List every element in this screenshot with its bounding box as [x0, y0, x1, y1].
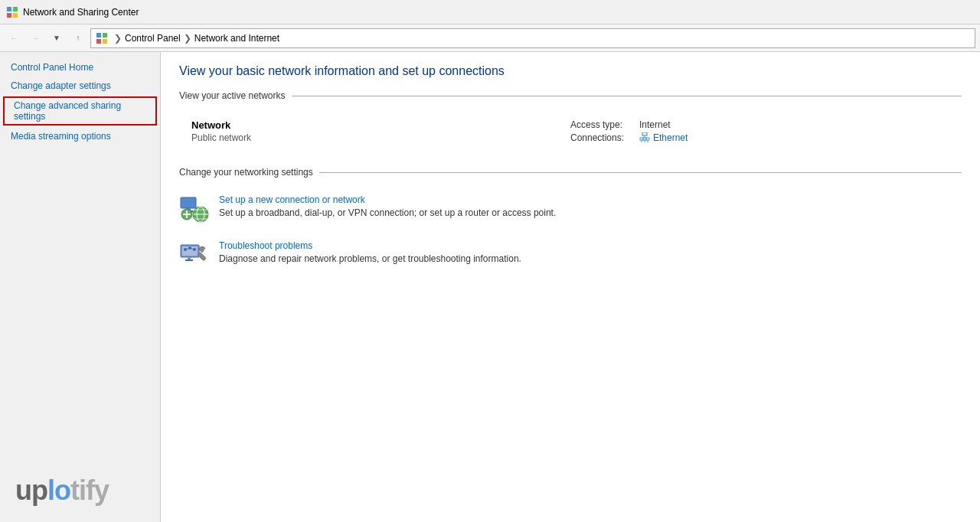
svg-rect-16: [181, 197, 196, 208]
access-type-label: Access type:: [570, 119, 639, 130]
svg-point-32: [184, 248, 187, 251]
access-type-row: Access type: Internet: [570, 119, 949, 130]
active-networks-header: View your active networks: [179, 90, 962, 101]
access-type-value: Internet: [639, 119, 671, 130]
dropdown-button[interactable]: ▼: [47, 29, 66, 47]
breadcrumb-sep-1: ❯: [114, 33, 122, 44]
svg-rect-3: [13, 13, 18, 18]
new-connection-icon: [179, 194, 210, 225]
svg-rect-7: [103, 39, 107, 44]
title-bar: Network and Sharing Center: [0, 0, 980, 24]
change-settings-header: Change your networking settings: [179, 167, 962, 178]
svg-rect-4: [96, 33, 101, 38]
watermark-up: up: [15, 475, 47, 506]
content-area: View your basic network information and …: [161, 52, 980, 522]
troubleshoot-text: Troubleshoot problems Diagnose and repai…: [219, 240, 521, 264]
change-settings-label: Change your networking settings: [179, 167, 313, 178]
network-left: Network Public network: [191, 119, 570, 145]
active-network-box: Network Public network Access type: Inte…: [179, 110, 962, 155]
address-content: ❯ Control Panel ❯ Network and Internet: [90, 28, 975, 48]
breadcrumb-network-sharing[interactable]: Network and Internet: [194, 33, 279, 44]
network-name: Network: [191, 119, 570, 131]
troubleshoot-desc: Diagnose and repair network problems, or…: [219, 253, 521, 264]
connections-label: Connections:: [570, 132, 639, 143]
sidebar-link-change-adapter[interactable]: Change adapter settings: [0, 77, 160, 95]
main-container: Control Panel Home Change adapter settin…: [0, 52, 980, 522]
address-bar: ← → ▼ ↑ ❯ Control Panel ❯ Network and In…: [0, 24, 980, 52]
svg-rect-11: [643, 138, 646, 140]
up-button[interactable]: ↑: [69, 29, 87, 47]
svg-rect-29: [188, 257, 191, 259]
control-panel-icon: [96, 32, 108, 44]
network-settings-section: Change your networking settings: [179, 167, 962, 279]
title-bar-icon: [6, 6, 18, 18]
back-button[interactable]: ←: [5, 29, 23, 47]
sidebar-link-change-advanced-sharing[interactable]: Change advanced sharing settings: [3, 96, 157, 126]
connections-row: Connections: Ether: [570, 132, 949, 143]
sidebar-link-control-panel-home[interactable]: Control Panel Home: [0, 58, 160, 77]
troubleshoot-item: Troubleshoot problems Diagnose and repai…: [179, 233, 962, 279]
new-connection-link[interactable]: Set up a new connection or network: [219, 194, 556, 205]
breadcrumb-network-internet[interactable]: Control Panel: [125, 33, 181, 44]
svg-rect-2: [7, 13, 11, 18]
svg-rect-30: [185, 259, 193, 261]
svg-rect-1: [13, 7, 18, 11]
active-networks-divider: [292, 96, 962, 96]
active-networks-label: View your active networks: [179, 90, 286, 101]
svg-rect-5: [103, 33, 107, 38]
breadcrumb-sep-2: ❯: [184, 33, 191, 44]
title-bar-text: Network and Sharing Center: [23, 7, 139, 18]
sidebar-link-media-streaming[interactable]: Media streaming options: [0, 127, 160, 145]
watermark-tify: tify: [70, 475, 109, 506]
svg-rect-0: [7, 7, 11, 11]
network-type: Public network: [191, 132, 570, 143]
watermark: uplotify: [15, 475, 109, 507]
ethernet-text: Ethernet: [653, 132, 688, 143]
watermark-text: uplotify: [15, 475, 109, 506]
svg-point-34: [193, 248, 196, 251]
page-title: View your basic network information and …: [179, 64, 962, 78]
troubleshoot-link[interactable]: Troubleshoot problems: [219, 240, 521, 251]
svg-point-33: [188, 246, 191, 250]
forward-button[interactable]: →: [26, 29, 44, 47]
svg-rect-12: [646, 138, 649, 140]
new-connection-desc: Set up a broadband, dial-up, or VPN conn…: [219, 207, 556, 218]
change-settings-divider: [319, 172, 962, 173]
sidebar: Control Panel Home Change adapter settin…: [0, 52, 161, 522]
svg-rect-6: [96, 39, 101, 44]
ethernet-icon: [639, 132, 650, 143]
troubleshoot-icon: [179, 240, 210, 271]
new-connection-item: Set up a new connection or network Set u…: [179, 187, 962, 233]
ethernet-link[interactable]: Ethernet: [639, 132, 688, 143]
new-connection-text: Set up a new connection or network Set u…: [219, 194, 556, 218]
svg-rect-10: [640, 138, 643, 140]
watermark-lo: lo: [47, 475, 70, 506]
network-right: Access type: Internet Connections:: [570, 119, 949, 145]
svg-rect-8: [642, 132, 647, 135]
